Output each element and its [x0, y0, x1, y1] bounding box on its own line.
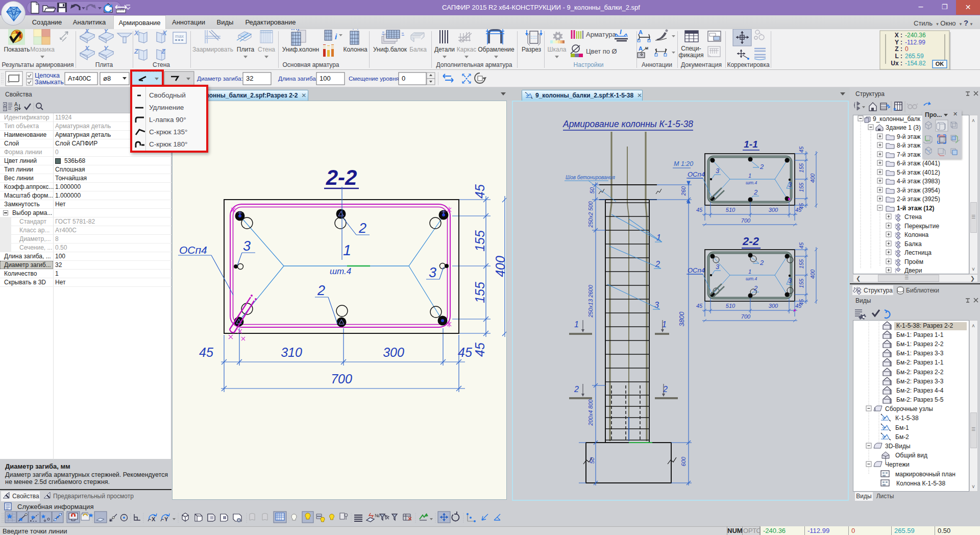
- svg-text:45: 45: [798, 242, 804, 249]
- svg-text:шт.4: шт.4: [746, 276, 757, 281]
- svg-text:Аннотации: Аннотации: [642, 61, 672, 68]
- svg-text:2: 2: [753, 284, 758, 292]
- svg-text:700: 700: [741, 217, 751, 224]
- svg-text:3800: 3800: [678, 311, 685, 327]
- svg-text:45: 45: [473, 343, 487, 357]
- svg-text:Ux :: Ux :: [891, 60, 902, 67]
- svg-text:260: 260: [680, 186, 687, 196]
- svg-text:6-й этаж (4041): 6-й этаж (4041): [897, 160, 940, 167]
- svg-text:Колонна: Колонна: [904, 231, 928, 238]
- svg-text:Разрез: Разрез: [522, 46, 542, 53]
- svg-text:0: 0: [905, 45, 909, 53]
- svg-text:К-1-5-38: Разрез 2-2: К-1-5-38: Разрез 2-2: [896, 322, 953, 329]
- svg-text:45: 45: [473, 184, 487, 199]
- svg-text:X :: X :: [895, 32, 902, 39]
- svg-text:Заармировать: Заармировать: [192, 46, 233, 53]
- svg-text:№: №: [375, 513, 380, 518]
- svg-text:100: 100: [320, 75, 331, 82]
- svg-text:Цвет по Ø: Цвет по Ø: [586, 47, 617, 55]
- svg-text:Структура: Структура: [864, 287, 893, 294]
- svg-text:Y: Y: [104, 29, 109, 35]
- svg-text:2: 2: [760, 259, 764, 266]
- svg-text:L-лапка 90°: L-лапка 90°: [149, 116, 186, 124]
- svg-text:Перекрытие: Перекрытие: [904, 223, 939, 230]
- svg-text:X: X: [152, 516, 156, 522]
- svg-text:Чертежи: Чертежи: [885, 461, 910, 468]
- svg-text:Общий вид: Общий вид: [895, 452, 927, 459]
- svg-text:Библиотеки: Библиотеки: [906, 287, 939, 294]
- svg-text:Балка: Балка: [409, 46, 427, 53]
- svg-text:I: I: [620, 29, 622, 36]
- svg-text:-240.36: -240.36: [905, 32, 926, 39]
- svg-text:700: 700: [331, 372, 352, 386]
- svg-text:265.59: 265.59: [905, 53, 924, 60]
- svg-text:Колонна К-1-5-38: Колонна К-1-5-38: [896, 480, 945, 487]
- svg-text:Бм-2: Разрез 4-4: Бм-2: Разрез 4-4: [896, 387, 944, 394]
- svg-text:ø8: ø8: [103, 75, 111, 82]
- svg-text:Удлинение: Удлинение: [149, 104, 184, 111]
- svg-text:1: 1: [343, 242, 351, 258]
- svg-text:Z :: Z :: [895, 45, 902, 53]
- svg-text:45: 45: [696, 207, 703, 213]
- svg-text:Обрамление: Обрамление: [478, 46, 514, 53]
- svg-text:А: А: [639, 29, 643, 35]
- svg-text:1-й этаж (12): 1-й этаж (12): [897, 205, 935, 212]
- svg-text:2: 2: [753, 188, 758, 196]
- svg-text:155: 155: [798, 259, 804, 269]
- svg-text:3: 3: [788, 277, 792, 284]
- svg-text:Свободный: Свободный: [149, 91, 186, 99]
- svg-text:1: 1: [748, 173, 751, 179]
- svg-text:2: 2: [574, 385, 579, 394]
- svg-text:Специ-: Специ-: [681, 45, 701, 52]
- svg-text:Y :: Y :: [895, 39, 902, 46]
- svg-text:Армирование колонны К-1-5-38: Армирование колонны К-1-5-38: [562, 119, 693, 129]
- svg-text:Колонна: Колонна: [343, 46, 367, 53]
- svg-text:Стена: Стена: [258, 46, 275, 53]
- svg-text:510: 510: [726, 207, 736, 213]
- svg-text:Ат400С: Ат400С: [68, 75, 91, 82]
- svg-text:310: 310: [281, 345, 302, 359]
- svg-text:М 1:20: М 1:20: [674, 160, 693, 167]
- svg-text:400: 400: [493, 256, 506, 277]
- svg-text:50: 50: [589, 457, 595, 464]
- svg-text:м: м: [645, 45, 648, 51]
- svg-text:400: 400: [810, 173, 816, 183]
- svg-text:X: X: [84, 29, 90, 35]
- svg-text:шт.4: шт.4: [330, 266, 351, 276]
- svg-text:Свойства: Свойства: [12, 493, 39, 500]
- svg-text:L :: L :: [895, 53, 902, 60]
- svg-text:155: 155: [473, 230, 487, 252]
- svg-text:45: 45: [696, 303, 703, 309]
- svg-text:Бм-1: Разрез 2-2: Бм-1: Разрез 2-2: [896, 341, 944, 348]
- svg-text:Балка: Балка: [904, 240, 922, 248]
- svg-text:155: 155: [798, 163, 804, 173]
- svg-text:400: 400: [810, 269, 816, 279]
- svg-text:9_колонны_балк: 9_колонны_балк: [873, 115, 921, 123]
- svg-text:3: 3: [429, 265, 436, 280]
- svg-text:45: 45: [798, 146, 804, 153]
- svg-text:Смещение уровня:: Смещение уровня:: [349, 75, 401, 82]
- svg-text:Z: Z: [161, 47, 166, 55]
- svg-text:250х2 500: 250х2 500: [587, 201, 594, 228]
- svg-text:ОСп4: ОСп4: [688, 171, 705, 178]
- svg-text:0: 0: [402, 75, 405, 82]
- svg-text:3: 3: [243, 238, 251, 254]
- svg-text:Бм-2: Разрез 5-5: Бм-2: Разрез 5-5: [896, 396, 944, 403]
- svg-text:Мозаика: Мозаика: [30, 46, 55, 53]
- svg-text:Шов бетонирования: Шов бетонирования: [566, 175, 615, 180]
- svg-text:250х13 2600: 250х13 2600: [587, 284, 594, 318]
- svg-text:Z: Z: [134, 47, 139, 55]
- svg-text:Униф.колонн: Униф.колонн: [282, 46, 319, 53]
- svg-text:X: X: [84, 44, 90, 52]
- svg-text:1: 1: [574, 320, 579, 329]
- svg-text:Проём: Проём: [904, 258, 923, 265]
- svg-text:Корректировка: Корректировка: [727, 61, 770, 68]
- svg-text:Показать: Показать: [4, 46, 30, 53]
- svg-text:Бм-2: Разрез 2-2: Бм-2: Разрез 2-2: [896, 369, 944, 376]
- svg-text:50: 50: [589, 187, 595, 193]
- svg-text:Бм-2: Бм-2: [895, 433, 909, 441]
- svg-text:шт.4: шт.4: [746, 180, 757, 185]
- svg-text:Бм-1: Разрез 1-1: Бм-1: Разрез 1-1: [896, 331, 944, 338]
- svg-text:32: 32: [246, 75, 253, 82]
- svg-text:1: 1: [748, 269, 751, 275]
